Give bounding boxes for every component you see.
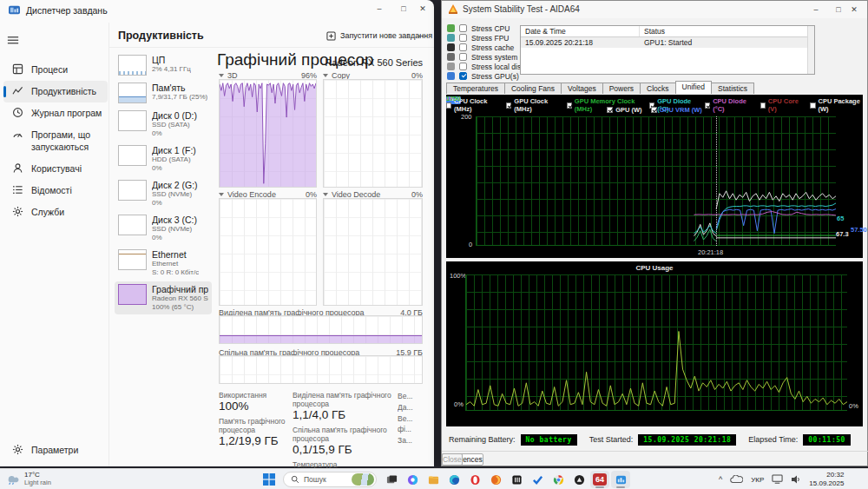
performance-card[interactable]: Ethernet Ethernet S: 0 R: 0 Кбіт/с — [115, 247, 212, 280]
network-icon[interactable] — [772, 474, 783, 484]
log-table-header[interactable]: Date & Time Status — [521, 26, 814, 37]
divider — [109, 47, 434, 48]
users-icon — [12, 162, 24, 175]
tab[interactable]: Cooling Fans — [504, 83, 562, 94]
y-axis-max-label: 100% — [450, 272, 466, 280]
minimize-button[interactable]: – — [805, 1, 827, 18]
chevron-down-icon — [323, 74, 328, 77]
task-manager-window: Диспетчер завдань – □ ✕ Процеси Продукти… — [0, 0, 434, 466]
performance-card[interactable]: Диск 3 (C:) SSD (NVMe) 0% — [115, 212, 212, 245]
sidebar-item-settings[interactable]: Параметри — [3, 439, 108, 461]
table-scrollbar[interactable] — [807, 26, 814, 74]
aida64-window: System Stability Test - AIDA64 – □ ✕ Str… — [441, 0, 868, 466]
sidebar-item[interactable]: Відомості — [3, 180, 108, 202]
clock[interactable]: 20:32 15.09.2025 — [809, 471, 844, 487]
cpu-usage-panel: CPU Usage 100% 0% 0% — [446, 261, 863, 426]
language-indicator[interactable]: УКР — [751, 476, 764, 484]
mini-chart-thumbnail — [118, 55, 147, 76]
tab[interactable]: Powers — [602, 83, 641, 94]
checkbox[interactable] — [459, 63, 467, 70]
more-options-button[interactable]: ⋯ — [415, 28, 431, 43]
search-input[interactable]: Пошук — [283, 472, 377, 487]
close-button[interactable]: ✕ — [411, 0, 434, 17]
sidebar-item[interactable]: Процеси — [3, 59, 108, 81]
checkbox[interactable] — [459, 53, 467, 61]
search-highlight-image[interactable] — [352, 473, 374, 486]
mini-chart-thumbnail — [118, 215, 147, 235]
dark-circle-app-icon[interactable] — [569, 471, 589, 488]
tab[interactable]: Unified — [675, 81, 712, 94]
copilot-icon[interactable] — [403, 471, 422, 488]
legend-item[interactable]: GPU VRM (W) — [651, 106, 702, 114]
minimize-button[interactable]: – — [368, 0, 391, 17]
gpu-video-decode-chart — [323, 198, 423, 306]
series-value-label: 67.3 — [836, 230, 849, 238]
log-table-row[interactable]: 15.09.2025 20:21:18 GPU1: Started — [521, 37, 814, 48]
opera-icon[interactable] — [465, 471, 484, 488]
start-button[interactable] — [260, 471, 279, 488]
mini-chart-thumbnail — [118, 83, 147, 103]
tray-chevron-up-icon[interactable]: ^ — [719, 475, 722, 484]
gpu-stats-column-truncated: Ве... Да... Ве... фі... За... — [398, 391, 427, 446]
sidebar-item[interactable]: Програми, що запускаються — [3, 124, 108, 157]
explorer-icon[interactable] — [424, 471, 443, 488]
dialog-button[interactable]: Close — [442, 453, 463, 466]
checkbox[interactable] — [607, 107, 613, 113]
speaker-icon[interactable] — [791, 474, 801, 485]
hamburger-menu-button[interactable] — [7, 30, 30, 50]
close-button[interactable]: ✕ — [843, 1, 865, 18]
legend-item[interactable]: GPU (W) — [607, 106, 641, 114]
sidebar-item[interactable]: Продуктивність — [3, 81, 108, 102]
services-icon — [12, 206, 24, 218]
firefox-icon[interactable] — [486, 471, 505, 488]
performance-card[interactable]: Диск 1 (F:) HDD (SATA) 0% — [115, 142, 212, 175]
sidebar-item[interactable]: Користувачі — [3, 158, 108, 180]
performance-card[interactable]: Графічний процесор Radeon RX 560 Series … — [115, 281, 212, 314]
task-manager-titlebar[interactable]: Диспетчер завдань – □ ✕ — [0, 0, 434, 21]
media-app-icon[interactable] — [507, 471, 526, 488]
mini-chart-thumbnail — [118, 110, 147, 131]
cpu-usage-title: CPU Usage — [446, 264, 863, 272]
y-axis-min-label-left: 0% — [454, 400, 464, 408]
edge-icon[interactable] — [444, 471, 464, 488]
aida64-titlebar[interactable]: System Stability Test - AIDA64 – □ ✕ — [442, 1, 867, 18]
time-marker-line — [716, 116, 717, 246]
performance-card[interactable]: Пам'ять 7,9/31,7 ГБ (25%) — [115, 80, 212, 106]
checkbox[interactable] — [459, 34, 467, 42]
performance-card[interactable]: Диск 0 (D:) SSD (SATA) 0% — [115, 108, 212, 141]
performance-card[interactable]: ЦП 2% 4,31 ГГц — [115, 52, 212, 78]
sidebar-item[interactable]: Журнал програм — [3, 102, 108, 124]
tab[interactable]: Temperatures — [446, 83, 505, 94]
checkbox[interactable] — [651, 107, 657, 113]
window-title: Диспетчер завдань — [26, 5, 108, 16]
performance-card[interactable]: Диск 2 (G:) SSD (NVMe) 0% — [115, 177, 212, 210]
task-manager-sidebar: Процеси Продуктивність Журнал програм Пр… — [0, 23, 109, 466]
series-value-label: 1750 — [446, 95, 461, 102]
search-icon — [291, 475, 299, 484]
chevron-down-icon — [219, 193, 224, 196]
chevron-down-icon — [323, 193, 328, 196]
chrome-icon[interactable] — [549, 471, 568, 488]
checkbox[interactable] — [459, 24, 467, 32]
system-tray: ^ УКР 20:32 15.09.2025 — [719, 469, 844, 489]
aida-tab-strip: Temperatures Cooling Fans Voltages Power… — [446, 81, 863, 94]
stress-gpu-icon — [447, 72, 455, 80]
task-view-icon[interactable] — [382, 471, 401, 488]
tab[interactable]: Voltages — [561, 83, 603, 94]
task-manager-icon[interactable] — [611, 471, 630, 488]
checkbox[interactable] — [459, 72, 467, 80]
tray-time: 20:32 — [809, 471, 844, 479]
check-app-icon[interactable] — [528, 471, 547, 488]
aida64-icon[interactable]: 64 — [590, 471, 609, 488]
weather-widget[interactable]: 17°C Light rain — [5, 471, 51, 486]
onedrive-cloud-icon[interactable] — [730, 475, 743, 483]
checkbox[interactable] — [459, 43, 467, 51]
y-axis-min-label: 0 — [469, 241, 472, 248]
status-value-display: 15.09.2025 20:21:18 — [638, 434, 736, 446]
run-new-task-icon — [326, 31, 336, 41]
tab[interactable]: Statistics — [711, 83, 754, 94]
tab[interactable]: Clocks — [640, 83, 676, 94]
aida-button-row: Start Stop Clear Save CPUID Preferences … — [442, 451, 868, 467]
sidebar-item[interactable]: Служби — [3, 202, 108, 223]
task-manager-app-icon — [9, 4, 20, 16]
